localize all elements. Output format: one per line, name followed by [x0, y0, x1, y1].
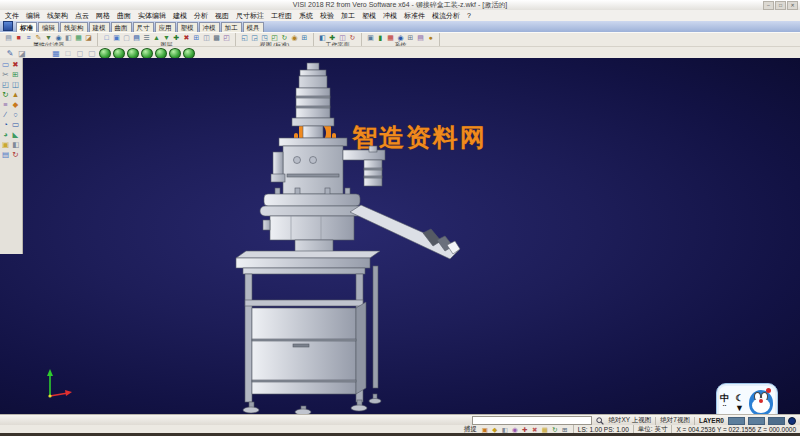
filter-icon[interactable]: ▼ [44, 34, 53, 42]
arc-tool-icon[interactable]: ◔ [1, 120, 10, 129]
layer-off-icon[interactable]: ▢ [122, 34, 131, 42]
menu-solid-edit[interactable]: 实体编辑 [138, 11, 166, 21]
linetype-icon[interactable]: ≡ [24, 34, 33, 42]
layer-tool-icon[interactable]: ▤ [1, 150, 10, 159]
menu-view[interactable]: 视图 [215, 11, 229, 21]
tab-surface[interactable]: 曲面 [111, 22, 132, 32]
pen-attr-icon[interactable]: ✎ [34, 34, 43, 42]
system-calc-icon[interactable]: ⊞ [406, 34, 415, 42]
visibility-icon[interactable]: ◉ [54, 34, 63, 42]
rect-tool-icon[interactable]: ▭ [11, 120, 20, 129]
menu-help[interactable]: ? [467, 12, 471, 19]
color-attr-icon[interactable]: ■ [14, 34, 23, 42]
cad-model-3d[interactable] [225, 58, 475, 414]
shaded-edges-mode-icon[interactable] [113, 48, 125, 59]
snap-cross-icon[interactable]: ⊞ [561, 426, 569, 433]
menu-surface[interactable]: 曲面 [117, 11, 131, 21]
system-settings-icon[interactable]: ▣ [366, 34, 375, 42]
view-iso-icon[interactable]: ◰ [270, 34, 279, 42]
close-button[interactable]: ✕ [787, 1, 798, 10]
ime-punct-icon[interactable]: ¨ [723, 403, 726, 413]
snap-rotate-icon[interactable]: ↻ [551, 426, 559, 433]
workplane-align-icon[interactable]: ◫ [338, 34, 347, 42]
layer-on-icon[interactable]: ▣ [112, 34, 121, 42]
clear-filter-icon[interactable]: ◪ [84, 34, 93, 42]
transparent-mode-icon[interactable] [141, 48, 153, 59]
render-mode-icon[interactable] [127, 48, 139, 59]
status-chip-1[interactable] [728, 417, 745, 425]
select-filter-icon[interactable]: ▤ [4, 34, 13, 42]
layer-merge-icon[interactable]: ⊞ [192, 34, 201, 42]
dynamic-zoom-icon[interactable] [183, 48, 195, 59]
layer-select-icon[interactable]: ◰ [222, 34, 231, 42]
tab-standard[interactable]: 标准 [16, 22, 37, 32]
circle-tool-icon[interactable]: ○ [11, 110, 20, 119]
layer-indicator[interactable]: LAYER0 [699, 417, 724, 424]
undo-tool-icon[interactable]: ↻ [11, 150, 20, 159]
sketch-pencil-icon[interactable]: ✎ [5, 49, 15, 58]
dynamic-pan-icon[interactable] [169, 48, 181, 59]
layer-current-icon[interactable]: ▤ [132, 34, 141, 42]
snap-center-icon[interactable]: ◉ [511, 426, 519, 433]
toolbar-menu-icon[interactable] [3, 21, 13, 31]
view-rotate-icon[interactable]: ↻ [280, 34, 289, 42]
tab-application[interactable]: 应用 [155, 22, 176, 32]
tab-die[interactable]: 冲模 [199, 22, 220, 32]
layer-manager-icon[interactable]: ☰ [142, 34, 151, 42]
menu-verify[interactable]: 校验 [320, 11, 334, 21]
layer-down-icon[interactable]: ▼ [162, 34, 171, 42]
menu-drawing[interactable]: 工程图 [271, 11, 292, 21]
minimize-button[interactable]: – [763, 1, 774, 10]
tab-wireframe[interactable]: 线架构 [60, 22, 88, 32]
menu-wireframe[interactable]: 线架构 [47, 11, 68, 21]
tab-tooling[interactable]: 模具 [243, 22, 264, 32]
menu-edit[interactable]: 编辑 [26, 11, 40, 21]
menu-modeling[interactable]: 建模 [173, 11, 187, 21]
measure-tool-icon[interactable]: ≡ [1, 100, 10, 109]
tab-machining[interactable]: 加工 [221, 22, 242, 32]
view-side-icon[interactable]: ◳ [260, 34, 269, 42]
menu-mesh[interactable]: 网格 [96, 11, 110, 21]
ime-skin-icon[interactable]: ▼ [735, 403, 744, 413]
menu-analysis[interactable]: 分析 [194, 11, 208, 21]
hidden-line-mode-icon[interactable]: ◻ [75, 49, 85, 58]
tab-modeling[interactable]: 建模 [89, 22, 110, 32]
system-globe-icon[interactable]: ◉ [396, 34, 405, 42]
snap-point-icon[interactable]: ◆ [491, 426, 499, 433]
layer-up-icon[interactable]: ▲ [152, 34, 161, 42]
layer-isolate-icon[interactable]: ◫ [202, 34, 211, 42]
status-chip-3[interactable] [768, 417, 785, 425]
select-tool-icon[interactable]: ▭ [1, 60, 10, 69]
view-top-icon[interactable]: ◱ [240, 34, 249, 42]
viewport-3d[interactable]: 智造资料网 [0, 58, 800, 414]
eraser-icon[interactable]: ◪ [17, 49, 27, 58]
snap-midpoint-icon[interactable]: ◧ [501, 426, 509, 433]
move-tool-icon[interactable]: ◰ [1, 80, 10, 89]
dynamic-rotate-icon[interactable] [155, 48, 167, 59]
snap-grid-icon[interactable]: ▦ [541, 426, 549, 433]
view-front-icon[interactable]: ◲ [250, 34, 259, 42]
copy-tool-icon[interactable]: ⊞ [11, 70, 20, 79]
scale-tool-icon[interactable]: ▲ [11, 90, 20, 99]
grid-display-icon[interactable]: ▦ [51, 49, 61, 58]
delete-tool-icon[interactable]: ✖ [11, 60, 20, 69]
rotate-tool-icon[interactable]: ↻ [1, 90, 10, 99]
layer-new-icon[interactable]: □ [102, 34, 111, 42]
tab-edit[interactable]: 编辑 [38, 22, 59, 32]
view-fit-icon[interactable]: ⊞ [300, 34, 309, 42]
tab-dimension[interactable]: 尺寸 [133, 22, 154, 32]
status-chip-2[interactable] [748, 417, 765, 425]
view-zoom-icon[interactable]: ◉ [290, 34, 299, 42]
fillet-tool-icon[interactable]: ◕ [1, 130, 10, 139]
point-tool-icon[interactable]: ◆ [11, 100, 20, 109]
menu-pointcloud[interactable]: 点云 [75, 11, 89, 21]
menu-die[interactable]: 冲模 [383, 11, 397, 21]
wireframe-mode-icon[interactable]: □ [63, 49, 73, 58]
menu-file[interactable]: 文件 [5, 11, 19, 21]
mask-icon[interactable]: ◧ [64, 34, 73, 42]
ime-chinese-mode-icon[interactable]: 中 [720, 393, 729, 403]
menu-standard-parts[interactable]: 标准件 [404, 11, 425, 21]
snap-quadrant-icon[interactable]: ✚ [521, 426, 529, 433]
workplane-new-icon[interactable]: ✚ [328, 34, 337, 42]
menu-mould[interactable]: 塑模 [362, 11, 376, 21]
